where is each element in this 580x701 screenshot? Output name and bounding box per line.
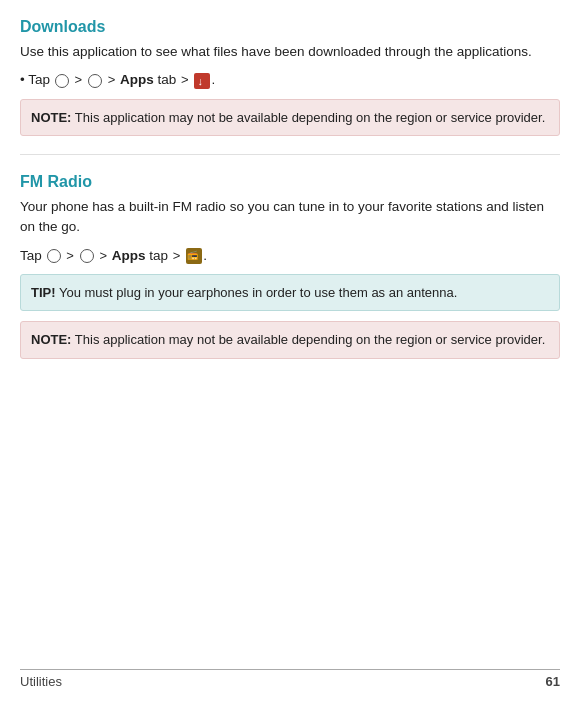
radio-icon bbox=[186, 248, 202, 264]
home-icon bbox=[55, 74, 69, 88]
fm-radio-tip: TIP! You must plug in your earphones in … bbox=[20, 274, 560, 312]
downloads-note-text: This application may not be available de… bbox=[75, 110, 545, 125]
home-icon-2 bbox=[47, 249, 61, 263]
menu-icon-2 bbox=[80, 249, 94, 263]
footer-utilities-label: Utilities bbox=[20, 674, 62, 689]
download-icon bbox=[194, 73, 210, 89]
downloads-section: Downloads Use this application to see wh… bbox=[20, 18, 560, 136]
downloads-note-label: NOTE: bbox=[31, 110, 71, 125]
fm-radio-title: FM Radio bbox=[20, 173, 560, 191]
downloads-body: Use this application to see what files h… bbox=[20, 42, 560, 62]
menu-icon bbox=[88, 74, 102, 88]
fm-radio-tip-text: You must plug in your earphones in order… bbox=[59, 285, 457, 300]
footer-page-number: 61 bbox=[546, 674, 560, 689]
page-footer: Utilities 61 bbox=[20, 669, 560, 689]
downloads-note: NOTE: This application may not be availa… bbox=[20, 99, 560, 137]
downloads-instruction: • Tap > > Apps tab > . bbox=[20, 70, 560, 90]
fm-radio-tip-label: TIP! bbox=[31, 285, 56, 300]
fm-radio-body: Your phone has a built-in FM radio so yo… bbox=[20, 197, 560, 238]
section-divider bbox=[20, 154, 560, 155]
fm-radio-note: NOTE: This application may not be availa… bbox=[20, 321, 560, 359]
apps-label-2: Apps bbox=[112, 248, 146, 263]
fm-radio-note-label: NOTE: bbox=[31, 332, 71, 347]
fm-radio-instruction: Tap > > Apps tap > . bbox=[20, 246, 560, 266]
fm-radio-section: FM Radio Your phone has a built-in FM ra… bbox=[20, 173, 560, 359]
apps-label: Apps bbox=[120, 72, 154, 87]
fm-radio-note-text: This application may not be available de… bbox=[75, 332, 545, 347]
downloads-title: Downloads bbox=[20, 18, 560, 36]
